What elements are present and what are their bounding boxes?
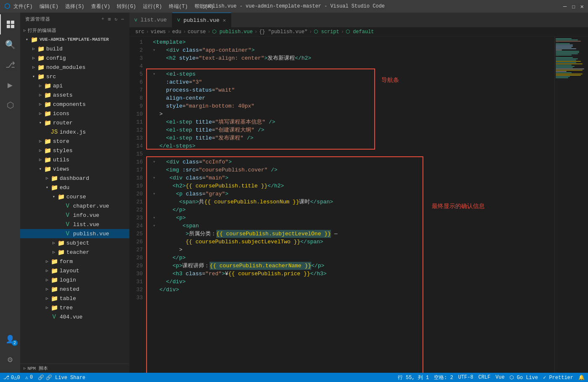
collapse-24[interactable]: ▾ — [153, 222, 160, 230]
menu-select[interactable]: 选择(S) — [65, 3, 84, 10]
status-prettier[interactable]: ✓ Prettier — [543, 374, 573, 381]
sidebar-item-config[interactable]: ▷ 📁 config — [20, 53, 129, 63]
collapse-23[interactable]: ▾ — [153, 214, 160, 222]
sidebar-item-build[interactable]: ▷ 📁 build — [20, 44, 129, 53]
sidebar-item-components[interactable]: ▷ 📁 components — [20, 100, 129, 109]
new-file-icon[interactable]: + — [102, 16, 105, 22]
collapse-16[interactable]: ▾ — [153, 158, 160, 166]
breadcrumb-script[interactable]: ⬡ script — [314, 29, 339, 35]
breadcrumb-src[interactable]: src — [135, 29, 144, 35]
menu-edit[interactable]: 编辑(E) — [39, 3, 59, 10]
minimize-button[interactable]: — — [563, 3, 567, 10]
line-col-text: 行 55, 列 1 — [398, 374, 429, 381]
sidebar-item-dashboard[interactable]: ▷ 📁 dashboard — [20, 174, 129, 183]
sidebar-item-api[interactable]: ▷ 📁 api — [20, 81, 129, 90]
status-live-share[interactable]: 🔗 🔗 Live Share — [38, 374, 85, 381]
sidebar-item-router[interactable]: ▾ 📁 router — [20, 118, 129, 127]
sidebar-item-layout[interactable]: ▷ 📁 layout — [20, 266, 129, 275]
menu-goto[interactable]: 转到(G) — [117, 3, 136, 10]
sidebar-item-edu[interactable]: ▾ 📁 edu — [20, 183, 129, 192]
close-button[interactable]: ✕ — [580, 3, 584, 10]
activity-search[interactable]: 🔍 — [0, 34, 20, 55]
status-eol[interactable]: CRLF — [478, 374, 491, 380]
tab-publish-close-icon[interactable]: ✕ — [223, 17, 226, 24]
window-controls[interactable]: — ☐ ✕ — [563, 3, 584, 10]
collapse-18[interactable]: ▾ — [153, 174, 160, 182]
breadcrumb-edu[interactable]: edu — [172, 29, 181, 35]
activity-run[interactable]: ▶ — [0, 75, 20, 95]
activity-settings[interactable]: ⚙ — [0, 349, 20, 369]
sidebar-item-form[interactable]: ▷ 📁 form — [20, 257, 129, 266]
list-vue-icon: V — [64, 221, 71, 228]
table-label: table — [60, 295, 76, 302]
activity-extensions[interactable]: ⬡ — [0, 95, 20, 115]
index-js-icon: JS — [50, 129, 58, 135]
tree-root[interactable]: ▾ 📁 VUE-ADMIN-TEMPLATE-MASTER — [20, 35, 129, 44]
sidebar-header-icons[interactable]: + ⊞ ↻ ⋯ — [102, 16, 124, 22]
menu-run[interactable]: 运行(R) — [143, 3, 162, 10]
sidebar-item-src[interactable]: ▾ 📁 src — [20, 72, 129, 81]
sidebar-item-utils[interactable]: ▷ 📁 utils — [20, 155, 129, 164]
status-line-col[interactable]: 行 55, 列 1 — [398, 374, 429, 381]
status-feedback[interactable]: 🔔 — [578, 374, 585, 381]
breadcrumb-sep2: › — [168, 29, 171, 35]
sidebar-item-icons[interactable]: ▷ 📁 icons — [20, 109, 129, 118]
menu-file[interactable]: 文件(F) — [13, 3, 33, 10]
sidebar-item-teacher[interactable]: ▷ 📁 teacher — [20, 248, 129, 257]
sidebar-item-list-vue[interactable]: V list.vue — [20, 220, 129, 229]
sidebar-item-styles[interactable]: ▷ 📁 styles — [20, 146, 129, 155]
form-folder-icon: 📁 — [50, 258, 58, 265]
code-editor[interactable]: 导航条 最终显示的确认信息 <template> ▾ <div class="a… — [146, 37, 554, 373]
breadcrumb-views[interactable]: views — [151, 29, 166, 35]
tab-list-vue[interactable]: V list.vue — [129, 13, 172, 27]
sidebar-item-subject[interactable]: ▷ 📁 subject — [20, 238, 129, 248]
activity-remote[interactable]: 👤 2 — [0, 329, 20, 349]
activity-bottom: 👤 2 ⚙ — [0, 329, 20, 373]
sidebar-item-table[interactable]: ▷ 📁 table — [20, 294, 129, 303]
refresh-icon[interactable]: ↻ — [115, 16, 118, 22]
collapse-20[interactable]: ▾ — [153, 190, 160, 198]
activity-source-control[interactable]: ⎇ — [0, 55, 20, 75]
vscode-icon: ⬡ — [4, 2, 10, 11]
npm-section[interactable]: ▷ NPM 脚本 — [20, 364, 129, 373]
activity-explorer[interactable] — [0, 14, 20, 34]
status-spaces[interactable]: 空格: 2 — [434, 374, 453, 381]
collapse-all-icon[interactable]: ⋯ — [121, 16, 124, 22]
status-go-live[interactable]: ⬡ Go Live — [509, 374, 538, 381]
breadcrumb-course[interactable]: course — [188, 29, 206, 35]
status-language[interactable]: Vue — [496, 374, 505, 380]
prettier-text: ✓ Prettier — [543, 374, 573, 381]
opened-editors-header[interactable]: ▷ 打开的编辑器 — [20, 26, 129, 35]
sidebar-item-tree[interactable]: ▷ 📁 tree — [20, 303, 129, 312]
breadcrumb-default[interactable]: ⬡ default — [346, 29, 374, 35]
sidebar-item-index-js[interactable]: JS index.js — [20, 127, 129, 137]
new-folder-icon[interactable]: ⊞ — [108, 16, 111, 22]
sidebar-item-store[interactable]: ▷ 📁 store — [20, 137, 129, 146]
collapse-5[interactable]: ▾ — [153, 70, 160, 78]
maximize-button[interactable]: ☐ — [572, 3, 575, 10]
sidebar-item-login[interactable]: ▷ 📁 login — [20, 275, 129, 285]
breadcrumb-object[interactable]: {} "publish.vue" — [259, 29, 307, 35]
code-line-12: <el-step title="创建课程大纲" /> — [153, 126, 554, 134]
sidebar-item-views[interactable]: ▾ 📁 views — [20, 164, 129, 174]
layout-label: layout — [60, 268, 79, 274]
status-branch[interactable]: ⎇ 0△0 — [3, 374, 20, 381]
breadcrumb-publish-file[interactable]: ⬡ publish.vue — [212, 29, 252, 35]
tab-publish-vue[interactable]: V publish.vue ✕ — [172, 13, 231, 27]
sidebar-item-nested[interactable]: ▷ 📁 nested — [20, 285, 129, 294]
icons-arrow: ▷ — [37, 111, 44, 116]
sidebar-item-chapter-vue[interactable]: V chapter.vue — [20, 201, 129, 211]
sidebar-item-info-vue[interactable]: V info.vue — [20, 211, 129, 220]
node-modules-label: node_modules — [46, 64, 86, 71]
status-warnings[interactable]: ⚠ 0 — [25, 374, 33, 381]
menu-view[interactable]: 查看(V) — [91, 3, 110, 10]
sidebar-item-assets[interactable]: ▷ 📁 assets — [20, 90, 129, 100]
sidebar-item-publish-vue[interactable]: V publish.vue — [20, 229, 129, 238]
sidebar-item-404-vue[interactable]: V 404.vue — [20, 312, 129, 321]
status-encoding[interactable]: UTF-8 — [458, 374, 473, 380]
menu-terminal[interactable]: 终端(T) — [169, 3, 188, 10]
sidebar-item-node-modules[interactable]: ▷ 📁 node_modules — [20, 63, 129, 72]
api-folder-icon: 📁 — [44, 82, 51, 90]
collapse-2[interactable]: ▾ — [153, 46, 160, 54]
sidebar-item-course[interactable]: ▾ 📁 course — [20, 192, 129, 201]
